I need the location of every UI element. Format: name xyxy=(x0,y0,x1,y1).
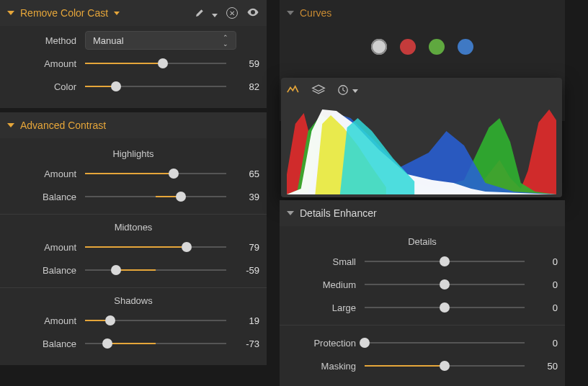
visibility-icon[interactable] xyxy=(246,6,259,21)
label-masking: Masking xyxy=(287,361,365,372)
label-amount: Amount xyxy=(7,315,85,326)
slider-large[interactable] xyxy=(365,301,525,314)
label-amount: Amount xyxy=(7,58,85,69)
value-highlights-balance: 39 xyxy=(226,192,259,202)
method-select[interactable]: Manual ⌃⌄ xyxy=(85,31,236,50)
label-protection: Protection xyxy=(287,338,365,349)
panel-title: Advanced Contrast xyxy=(20,120,106,131)
panel-header[interactable]: Remove Color Cast ✕ xyxy=(0,0,267,26)
histogram-tab-icon[interactable] xyxy=(287,84,301,97)
value-large: 0 xyxy=(525,302,558,313)
slider-amount[interactable] xyxy=(85,57,226,70)
value-shadows-amount: 19 xyxy=(226,315,259,326)
channel-red[interactable] xyxy=(400,39,416,55)
label-balance: Balance xyxy=(7,338,85,349)
chevron-down-icon xyxy=(7,11,14,15)
chevron-down-icon xyxy=(287,11,294,15)
select-chevron-icon: ⌃⌄ xyxy=(223,35,228,48)
heading-shadows: Shadows xyxy=(7,295,259,306)
panel-remove-color-cast: Remove Color Cast ✕ Method Manual xyxy=(0,0,267,108)
label-method: Method xyxy=(7,35,85,46)
slider-small[interactable] xyxy=(365,255,525,268)
histogram-card xyxy=(281,78,562,197)
panel-details-enhancer: Details Enhancer Details Small 0 Medium … xyxy=(280,200,565,386)
slider-shadows-balance[interactable] xyxy=(85,337,226,350)
panel-header[interactable]: Advanced Contrast xyxy=(0,112,267,138)
slider-midtones-balance[interactable] xyxy=(85,264,226,277)
label-amount: Amount xyxy=(7,169,85,179)
slider-protection[interactable] xyxy=(365,336,525,349)
brush-icon[interactable] xyxy=(192,6,205,21)
value-small: 0 xyxy=(525,256,558,267)
panel-header[interactable]: Details Enhancer xyxy=(280,200,565,226)
value-masking: 50 xyxy=(525,361,558,372)
panel-header[interactable]: Curves xyxy=(280,0,565,26)
history-tab-icon[interactable] xyxy=(336,84,358,96)
label-balance: Balance xyxy=(7,265,85,276)
label-medium: Medium xyxy=(287,279,365,290)
slider-masking[interactable] xyxy=(365,359,525,372)
value-amount: 59 xyxy=(226,58,259,69)
panel-title: Remove Color Cast xyxy=(20,7,108,19)
reset-icon[interactable]: ✕ xyxy=(226,7,238,19)
value-shadows-balance: -73 xyxy=(226,338,259,349)
slider-midtones-amount[interactable] xyxy=(85,241,226,253)
options-chevron-icon[interactable] xyxy=(114,12,120,15)
value-color: 82 xyxy=(226,81,259,92)
channel-green[interactable] xyxy=(429,39,445,55)
label-small: Small xyxy=(287,256,365,267)
label-amount: Amount xyxy=(7,242,85,253)
channel-luma[interactable] xyxy=(371,39,387,55)
panel-title: Curves xyxy=(300,7,331,19)
heading-details: Details xyxy=(287,236,558,247)
value-midtones-balance: -59 xyxy=(226,265,259,276)
value-highlights-amount: 65 xyxy=(226,169,259,179)
slider-medium[interactable] xyxy=(365,278,525,291)
chevron-down-icon xyxy=(7,123,14,127)
brush-dropdown-icon[interactable] xyxy=(212,14,218,17)
value-medium: 0 xyxy=(525,279,558,290)
channel-blue[interactable] xyxy=(458,39,473,55)
heading-highlights: Highlights xyxy=(7,148,259,159)
slider-color[interactable] xyxy=(85,80,226,93)
label-color: Color xyxy=(7,81,85,92)
label-balance: Balance xyxy=(7,192,85,202)
slider-highlights-amount[interactable] xyxy=(85,167,226,180)
panel-title: Details Enhancer xyxy=(300,207,377,219)
slider-shadows-amount[interactable] xyxy=(85,314,226,327)
value-protection: 0 xyxy=(525,338,558,349)
layers-tab-icon[interactable] xyxy=(311,84,326,97)
panel-advanced-contrast: Advanced Contrast Highlights Amount 65 B… xyxy=(0,112,267,365)
slider-highlights-balance[interactable] xyxy=(85,190,226,203)
value-midtones-amount: 79 xyxy=(226,242,259,253)
histogram-display xyxy=(287,102,556,194)
heading-midtones: Midtones xyxy=(7,222,259,233)
label-large: Large xyxy=(287,302,365,313)
method-value: Manual xyxy=(93,35,124,46)
curves-channel-picker xyxy=(280,26,565,63)
chevron-down-icon xyxy=(287,211,294,215)
